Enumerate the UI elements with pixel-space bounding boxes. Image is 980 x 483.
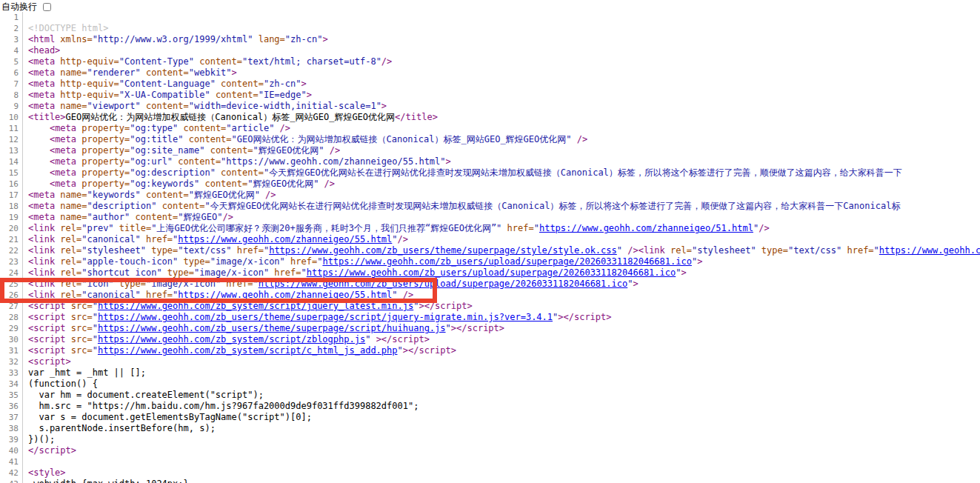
code-token: > xyxy=(633,279,638,289)
code-token: http-equiv= xyxy=(55,56,119,67)
code-token: "stylesheet" xyxy=(692,245,756,256)
code-token: " xyxy=(446,323,451,333)
source-link[interactable]: https://www.geohh.com/zb_users/theme/sup… xyxy=(98,312,553,322)
line-number: 18 xyxy=(0,201,23,212)
line-number: 36 xyxy=(0,401,23,412)
source-link[interactable]: https://www.geohh.com/zb_users/upload/su… xyxy=(322,256,692,267)
code-token: "Content-Type" xyxy=(119,56,194,67)
code-token: "GEO网站优化：为网站增加权威链接（Canonical）标签_网站GEO_辉煌… xyxy=(232,134,572,144)
code-line: 23<link rel="apple-touch-icon" type="ima… xyxy=(0,256,980,267)
line-number: 10 xyxy=(0,112,23,123)
code-token: <link xyxy=(28,279,55,289)
code-line: 41 xyxy=(0,456,980,467)
code-token: "width=device-width,initial-scale=1" xyxy=(189,101,381,111)
line-number: 30 xyxy=(0,334,23,345)
source-link[interactable]: https://www.geohh.com/zb_users/theme/sup… xyxy=(98,323,446,333)
code-line: 43.webwidth {max-width: 1024px;} xyxy=(0,479,980,483)
source-link[interactable]: https://www.geohh.com/zhanneigeo/55.html xyxy=(178,234,392,244)
code-token: "shortcut icon" xyxy=(81,267,161,278)
code-token: <link xyxy=(639,245,665,256)
source-link[interactable]: https://www.geohh.com/zhanneigeo/55.html xyxy=(178,290,392,300)
code-content: <script src="https://www.geohh.com/zb_sy… xyxy=(23,334,980,345)
code-token: src= xyxy=(66,345,93,356)
code-line: 32<script> xyxy=(0,356,980,367)
code-token: <link xyxy=(28,223,55,233)
code-line: 26<link rel="canonical" href="https://ww… xyxy=(0,290,980,301)
code-token: var hm = document.createElement("script"… xyxy=(28,390,264,400)
code-content: <script src="https://www.geohh.com/zb_us… xyxy=(23,312,980,323)
code-content xyxy=(23,456,980,467)
code-token: <title> xyxy=(28,112,66,122)
code-token: <script xyxy=(28,301,66,311)
code-line: 29<script src="https://www.geohh.com/zb_… xyxy=(0,323,980,334)
code-token: "http://www.w3.org/1999/xhtml" xyxy=(93,34,253,44)
code-content: (function() { xyxy=(23,379,980,390)
line-wrap-checkbox[interactable] xyxy=(43,3,51,11)
code-token: name= xyxy=(55,101,87,111)
line-number: 29 xyxy=(0,323,23,334)
code-token: "text/html; charset=utf-8" xyxy=(242,56,381,67)
source-link[interactable]: https://www.geohh.com/zb_system/script/c… xyxy=(98,345,398,356)
code-token: href= xyxy=(221,279,253,289)
code-token: "og:url" xyxy=(130,156,173,167)
code-content: <meta http-equiv="Content-Language" cont… xyxy=(23,79,980,90)
code-token: content= xyxy=(178,123,226,133)
code-token: ></script> xyxy=(419,301,472,311)
line-number: 5 xyxy=(0,56,23,67)
line-number: 17 xyxy=(0,190,23,201)
code-token: /> xyxy=(398,234,408,244)
code-token: "image/x-icon" xyxy=(146,279,221,289)
code-token: <script xyxy=(28,323,66,333)
source-link[interactable]: https://www.geohh.com/zhanneigeo/51.html xyxy=(539,223,753,233)
code-content: <script> xyxy=(23,356,980,367)
code-line: 2<!DOCTYPE html> xyxy=(0,23,980,34)
code-line: 10<title>GEO网站优化：为网站增加权威链接（Canonical）标签_… xyxy=(0,112,980,123)
source-link[interactable]: https://www.geohh.com/zb_ xyxy=(879,245,980,256)
code-token: <meta xyxy=(50,145,76,156)
source-link[interactable]: https://www.geohh.com/zb_system/script/z… xyxy=(98,334,365,344)
code-token: /> xyxy=(398,290,414,300)
line-number: 26 xyxy=(0,290,23,301)
code-line: 1 xyxy=(0,12,980,23)
code-token: rel= xyxy=(55,245,81,256)
code-token: <head> xyxy=(28,45,60,56)
code-token: content= xyxy=(141,190,189,200)
code-token xyxy=(28,167,50,178)
code-token: " xyxy=(93,345,98,356)
source-link[interactable]: https://www.geohh.com/zb_users/upload/su… xyxy=(307,267,676,278)
code-token: > xyxy=(232,67,237,78)
code-token: /> xyxy=(274,123,290,133)
source-link[interactable]: https://www.geohh.com/zb_users/theme/sup… xyxy=(269,245,617,256)
code-token: <meta xyxy=(50,179,76,189)
code-token: "zh-cn" xyxy=(264,79,301,89)
code-token: .webwidth {max-width: 1024px;} xyxy=(28,479,189,483)
code-token: " xyxy=(617,245,622,256)
code-content: <link rel="icon" type="image/x-icon" hre… xyxy=(23,279,980,290)
code-token: <!DOCTYPE html> xyxy=(28,23,108,33)
source-link[interactable]: https://www.geohh.com/zb_users/upload/su… xyxy=(259,279,628,289)
code-token: content= xyxy=(216,79,264,89)
code-line: 36 hm.src = "https://hm.baidu.com/hm.js?… xyxy=(0,401,980,412)
code-token: "author" xyxy=(87,212,130,222)
code-content: <meta property="og:url" content="https:/… xyxy=(23,156,980,167)
source-link[interactable]: https://www.geohh.com/zb_system/script/j… xyxy=(98,301,413,311)
code-token: hm.src = "https://hm.baidu.com/hm.js?967… xyxy=(28,401,419,411)
code-token: "image/x-icon" xyxy=(210,256,285,267)
line-number: 3 xyxy=(0,34,23,45)
line-number: 23 xyxy=(0,256,23,267)
code-content: <link rel="shortcut icon" type="image/x-… xyxy=(23,267,980,279)
code-token: property= xyxy=(76,145,130,156)
code-token: " xyxy=(253,279,258,289)
code-token: ></script> xyxy=(451,323,504,333)
code-token: property= xyxy=(76,134,130,144)
code-token: src= xyxy=(66,301,93,311)
code-token: <link xyxy=(28,267,55,278)
code-token: "article" xyxy=(226,123,274,133)
code-token: "X-UA-Compatible" xyxy=(119,90,210,100)
code-token: content= xyxy=(210,90,259,100)
code-token: "keywords" xyxy=(87,190,140,200)
code-content: <head> xyxy=(23,45,980,56)
code-token: content= xyxy=(216,167,264,178)
code-token: "og:type" xyxy=(130,123,178,133)
code-line: 3<html xmlns="http://www.w3.org/1999/xht… xyxy=(0,34,980,45)
